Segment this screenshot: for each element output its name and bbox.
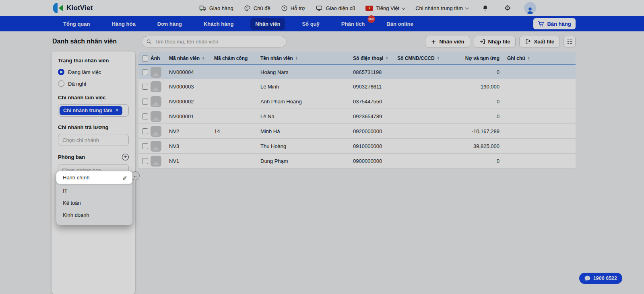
sort-icon: ▲▼ <box>437 56 440 60</box>
row-checkbox[interactable] <box>142 158 148 164</box>
tab-label: Phân tích <box>341 21 365 27</box>
settings-button[interactable]: ⚙ <box>502 2 514 14</box>
tab-nhan-vien[interactable]: Nhân viên <box>250 18 285 30</box>
table-row[interactable]: NV2 14 Minh Hà 0920000000 -10,167,289 <box>138 124 576 139</box>
support-hotline-button[interactable]: 1900 6522 <box>579 273 622 284</box>
main-nav: Tổng quan Hàng hóa Đơn hàng Khách hàng N… <box>0 16 644 31</box>
table-row[interactable]: NV000003 Lê Minh 0903276611 190,000 <box>138 79 576 94</box>
columns-icon <box>567 39 573 44</box>
person-icon <box>526 6 534 14</box>
tab-so-quy[interactable]: Sổ quỹ <box>297 18 324 30</box>
menu-item-old-ui[interactable]: Giao diện cũ <box>316 5 355 12</box>
col-photo: Ảnh <box>151 56 169 61</box>
branch-chip-label: Chi nhánh trung tâm <box>63 108 112 113</box>
row-checkbox[interactable] <box>142 84 148 90</box>
add-employee-label: Nhân viên <box>439 39 464 45</box>
menu-item-label: Giao hàng <box>209 5 233 11</box>
vietnam-flag-icon: ★ <box>365 6 373 11</box>
tab-tong-quan[interactable]: Tổng quan <box>58 18 95 30</box>
monitor-icon <box>316 5 323 12</box>
employee-photo-placeholder <box>151 81 161 92</box>
gear-icon: ⚙ <box>504 4 511 12</box>
department-title: Phòng ban <box>58 154 85 160</box>
arrow-left-icon: ← <box>133 173 138 179</box>
palette-icon <box>244 5 251 12</box>
notifications-button[interactable] <box>479 2 491 14</box>
radio-working[interactable]: Đang làm việc <box>58 69 129 75</box>
employee-photo-placeholder <box>151 96 161 107</box>
row-checkbox[interactable] <box>142 143 148 149</box>
kiotviet-logo[interactable]: KiotViet <box>52 0 93 16</box>
col-phone[interactable]: Số điện thoại▲▼ <box>353 56 397 61</box>
table-row[interactable]: NV3 Thu Hoàng 0910000000 39,825,000 <box>138 139 576 154</box>
export-file-button[interactable]: Xuất file <box>519 36 560 47</box>
menu-item-delivery[interactable]: Giao hàng <box>199 5 233 11</box>
dropdown-item-it[interactable]: IT <box>56 185 132 197</box>
col-name[interactable]: Tên nhân viên▲▼ <box>260 56 353 61</box>
row-checkbox[interactable] <box>142 113 148 119</box>
table-row[interactable]: NV000004 Hoàng Nam 0865731198 0 <box>138 64 576 79</box>
plus-icon <box>431 39 436 45</box>
dropdown-item-ke-toan[interactable]: Kế toán <box>56 197 132 209</box>
table-row[interactable]: NV000001 Lê Na 0923654789 0 <box>138 109 576 124</box>
language-label: Tiếng Việt <box>376 5 399 11</box>
row-checkbox[interactable] <box>142 99 148 105</box>
truck-icon <box>199 5 206 11</box>
support-icon: ? <box>281 5 288 12</box>
cart-icon <box>538 21 544 27</box>
branch-chip: Chi nhánh trung tâm ✕ <box>60 106 122 115</box>
tab-phan-tich[interactable]: Phân tích Mới <box>336 18 370 30</box>
tab-ban-online[interactable]: Bán online <box>382 18 418 30</box>
menu-item-support[interactable]: ? Hỗ trợ <box>281 5 305 12</box>
search-input[interactable] <box>155 39 282 45</box>
import-file-button[interactable]: Nhập file <box>474 36 516 47</box>
table-row[interactable]: NV1 Dung Phạm 0900000000 0 <box>138 154 576 169</box>
table-row[interactable]: NV000002 Anh Phạm Hoàng 0375447550 0 <box>138 94 576 109</box>
col-id-number[interactable]: Số CMND/CCCD▲▼ <box>397 56 464 61</box>
sell-button[interactable]: Bán hàng <box>533 18 576 29</box>
employee-photo-placeholder <box>151 156 161 167</box>
salary-branch-title: Chi nhánh trả lương <box>58 124 129 130</box>
row-checkbox[interactable] <box>142 69 148 75</box>
radio-working-label: Đang làm việc <box>68 69 101 75</box>
row-checkbox[interactable] <box>142 128 148 134</box>
dropdown-item-kinh-doanh[interactable]: Kinh doanh <box>56 209 132 221</box>
select-all-checkbox[interactable] <box>142 56 148 62</box>
tab-hang-hoa[interactable]: Hàng hóa <box>107 18 140 30</box>
support-phone-label: 1900 6522 <box>593 275 617 281</box>
search-icon <box>146 39 152 45</box>
column-settings-button[interactable] <box>564 36 576 47</box>
sort-icon: ▲▼ <box>202 56 204 60</box>
add-employee-button[interactable]: Nhân viên <box>425 36 470 47</box>
col-debt: Nợ và tạm ứng <box>464 56 501 61</box>
tab-don-hang[interactable]: Đơn hàng <box>153 18 187 30</box>
topbar: KiotViet Giao hàng Chủ đề <box>0 0 644 16</box>
new-badge: Mới <box>367 15 375 23</box>
work-branch-title: Chi nhánh làm việc <box>58 95 129 101</box>
dropdown-item-label: Hành chính <box>63 175 90 181</box>
sell-button-label: Bán hàng <box>547 21 571 27</box>
col-timecode: Mã chấm công <box>214 56 260 61</box>
brand-name: KiotViet <box>66 4 93 12</box>
col-note[interactable]: Ghi chú▲▼ <box>501 56 576 61</box>
language-selector[interactable]: ★ Tiếng Việt <box>365 5 405 11</box>
menu-item-theme[interactable]: Chủ đề <box>244 5 270 12</box>
edit-pencil-icon[interactable]: ✎ <box>122 175 127 181</box>
salary-branch-select <box>58 134 129 146</box>
employee-photo-placeholder <box>151 67 161 78</box>
branch-selector[interactable]: Chi nhánh trung tâm <box>415 5 469 11</box>
kiotviet-logo-icon <box>52 2 64 14</box>
salary-branch-input[interactable] <box>62 137 124 143</box>
dropdown-item-hanh-chinh[interactable]: Hành chính ✎ <box>56 171 132 184</box>
radio-quit[interactable]: Đã nghỉ <box>58 80 129 87</box>
import-icon <box>479 39 485 45</box>
add-department-icon[interactable]: + <box>122 154 129 160</box>
department-header: Phòng ban + <box>58 154 129 160</box>
import-file-label: Nhập file <box>488 39 510 45</box>
tab-khach-hang[interactable]: Khách hàng <box>199 18 238 30</box>
col-code[interactable]: Mã nhân viên▲▼ <box>169 56 214 61</box>
user-avatar[interactable] <box>524 2 536 14</box>
remove-chip-icon[interactable]: ✕ <box>115 108 119 113</box>
status-filter-title: Trạng thái nhân viên <box>58 58 129 64</box>
work-branch-select[interactable]: Chi nhánh trung tâm ✕ <box>58 104 129 117</box>
